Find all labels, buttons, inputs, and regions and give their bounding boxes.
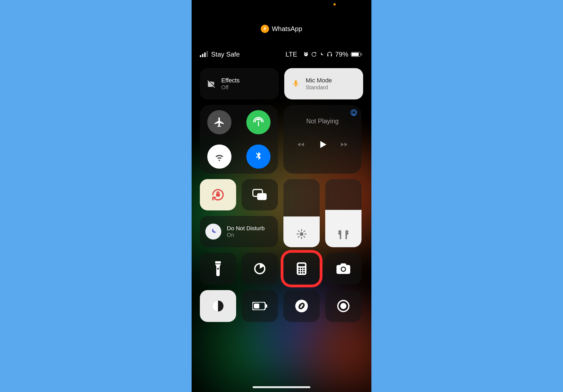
svg-rect-2 bbox=[216, 194, 220, 197]
svg-rect-12 bbox=[298, 264, 305, 266]
screen-record-button[interactable] bbox=[325, 290, 361, 322]
camera-button[interactable] bbox=[325, 253, 361, 285]
svg-point-18 bbox=[303, 270, 305, 271]
headphones-icon bbox=[327, 51, 333, 57]
svg-point-6 bbox=[338, 232, 339, 233]
svg-point-21 bbox=[303, 272, 305, 274]
connectivity-group[interactable] bbox=[200, 105, 278, 174]
svg-point-28 bbox=[295, 300, 308, 312]
svg-rect-26 bbox=[266, 304, 267, 308]
effects-tile[interactable]: Effects Off bbox=[200, 68, 279, 99]
svg-point-13 bbox=[298, 268, 300, 269]
home-indicator[interactable] bbox=[253, 386, 310, 388]
moon-icon bbox=[205, 224, 221, 240]
media-now-playing-label: Not Playing bbox=[289, 118, 355, 125]
screen-record-icon bbox=[337, 299, 350, 313]
airplane-mode-toggle[interactable] bbox=[207, 110, 231, 134]
airplay-icon[interactable] bbox=[350, 109, 358, 116]
svg-rect-27 bbox=[254, 304, 259, 308]
mic-mode-tile[interactable]: Mic Mode Standard bbox=[284, 68, 363, 99]
battery-icon bbox=[351, 52, 362, 57]
orientation-lock-icon bbox=[311, 52, 317, 57]
active-mic-pill[interactable]: WhatsApp bbox=[261, 25, 302, 33]
svg-point-9 bbox=[217, 268, 219, 269]
battery-percent-label: 79% bbox=[335, 51, 348, 58]
dnd-subtitle: On bbox=[227, 232, 265, 238]
effects-title: Effects bbox=[221, 77, 240, 84]
svg-point-20 bbox=[301, 272, 302, 274]
calculator-icon bbox=[297, 262, 307, 275]
cellular-signal-icon bbox=[200, 52, 208, 57]
dark-mode-button[interactable] bbox=[200, 290, 236, 322]
media-previous-button[interactable] bbox=[296, 141, 306, 148]
media-next-button[interactable] bbox=[339, 141, 349, 148]
moon-icon bbox=[319, 52, 324, 57]
bluetooth-toggle[interactable] bbox=[246, 144, 271, 169]
airpods-icon bbox=[336, 229, 351, 240]
dnd-title: Do Not Disturb bbox=[227, 225, 265, 232]
screen-mirroring-icon bbox=[252, 189, 267, 201]
svg-point-30 bbox=[340, 303, 346, 309]
media-tile[interactable]: Not Playing bbox=[283, 105, 361, 174]
mic-icon bbox=[261, 25, 269, 33]
svg-point-5 bbox=[300, 232, 303, 236]
dark-mode-icon bbox=[211, 299, 225, 313]
low-power-icon bbox=[252, 302, 267, 310]
orientation-lock-tile[interactable] bbox=[200, 179, 236, 210]
screen-mirroring-tile[interactable] bbox=[242, 179, 278, 210]
orientation-lock-active-icon bbox=[210, 187, 226, 202]
brightness-icon bbox=[296, 229, 307, 240]
status-bar: Stay Safe LTE 79% bbox=[192, 49, 371, 59]
network-type-label: LTE bbox=[286, 51, 297, 58]
brightness-slider[interactable] bbox=[283, 179, 320, 247]
active-mic-app-label: WhatsApp bbox=[272, 25, 302, 33]
svg-point-23 bbox=[342, 268, 345, 271]
alarm-icon bbox=[303, 52, 309, 57]
svg-point-16 bbox=[298, 270, 300, 271]
low-power-mode-button[interactable] bbox=[242, 290, 278, 322]
carrier-label: Stay Safe bbox=[211, 51, 240, 58]
svg-rect-4 bbox=[257, 193, 267, 200]
svg-point-14 bbox=[301, 268, 302, 269]
shazam-icon bbox=[295, 299, 308, 313]
shazam-button[interactable] bbox=[283, 290, 320, 322]
mic-mode-title: Mic Mode bbox=[306, 77, 332, 84]
svg-point-17 bbox=[301, 270, 302, 271]
phone-frame: WhatsApp Stay Safe LTE 79% bbox=[192, 0, 371, 392]
flashlight-button[interactable] bbox=[200, 253, 236, 285]
focus-dnd-tile[interactable]: Do Not Disturb On bbox=[200, 216, 278, 247]
mic-mode-icon bbox=[291, 79, 301, 89]
cellular-data-toggle[interactable] bbox=[246, 110, 271, 134]
video-effects-off-icon bbox=[206, 79, 216, 89]
svg-point-15 bbox=[303, 268, 305, 269]
effects-subtitle: Off bbox=[221, 84, 240, 91]
svg-point-19 bbox=[298, 272, 300, 274]
privacy-indicator-dot bbox=[333, 3, 336, 5]
wifi-toggle[interactable] bbox=[207, 144, 231, 169]
mic-mode-subtitle: Standard bbox=[306, 84, 332, 91]
timer-button[interactable] bbox=[242, 253, 278, 285]
media-play-button[interactable] bbox=[317, 139, 328, 150]
flashlight-icon bbox=[214, 261, 222, 276]
volume-slider[interactable] bbox=[325, 179, 361, 247]
camera-icon bbox=[336, 263, 350, 274]
timer-icon bbox=[253, 262, 266, 275]
calculator-button[interactable] bbox=[283, 253, 320, 285]
svg-rect-8 bbox=[215, 261, 221, 263]
svg-point-7 bbox=[348, 232, 349, 233]
